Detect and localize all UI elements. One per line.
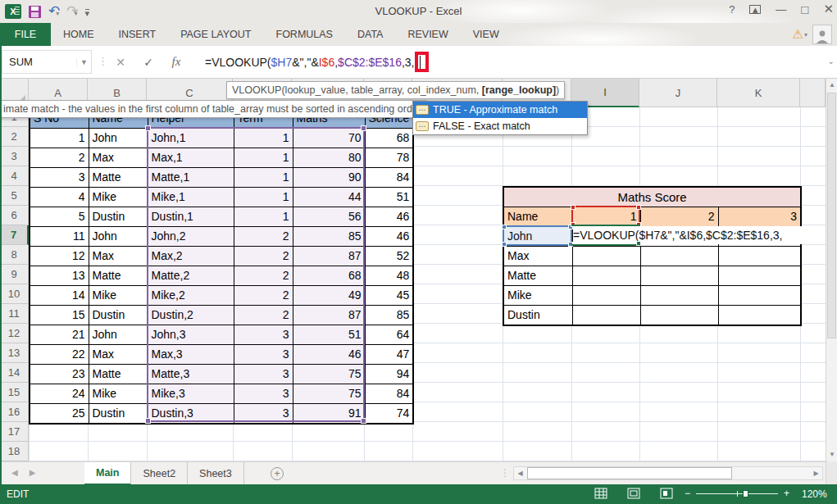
row-header-9[interactable]: 9 <box>0 265 29 284</box>
cell[interactable]: John <box>503 227 572 247</box>
formula-bar-divider[interactable]: ⋮ <box>98 55 108 67</box>
cell[interactable] <box>640 306 718 326</box>
chevron-down-icon[interactable]: ▾ <box>804 31 807 39</box>
cell[interactable]: John,3 <box>148 325 234 345</box>
sheet-nav-arrows[interactable]: ◀▶ <box>11 468 47 477</box>
chevron-down-icon[interactable]: ▼ <box>76 58 91 66</box>
scroll-down-icon[interactable]: ▼ <box>826 448 837 461</box>
cell[interactable]: 80 <box>293 148 365 168</box>
cell[interactable]: 64 <box>365 325 413 345</box>
row-header-12[interactable]: 12 <box>0 324 29 343</box>
cell[interactable]: Mike,3 <box>148 384 234 404</box>
zoom-level[interactable]: 120% <box>802 488 827 500</box>
cell[interactable]: Dustin <box>89 306 148 325</box>
cell[interactable]: Dustin,1 <box>148 207 234 227</box>
cell[interactable]: 87 <box>293 306 365 325</box>
cell[interactable]: 1 <box>234 207 293 227</box>
tabbar-divider[interactable]: ⋮ <box>500 467 510 479</box>
column-header-partial[interactable] <box>800 79 826 107</box>
cell[interactable]: 90 <box>293 168 365 188</box>
cell[interactable]: Max <box>89 345 148 365</box>
cell[interactable]: Max,1 <box>148 148 234 168</box>
cell[interactable]: Max,2 <box>148 247 234 266</box>
tab-review[interactable]: REVIEW <box>395 23 460 46</box>
cell[interactable]: 74 <box>365 404 413 425</box>
cell[interactable]: John <box>89 325 148 345</box>
dropdown-item-true[interactable]: ⋯ TRUE - Approximate match <box>413 102 587 118</box>
cell[interactable]: 13 <box>30 266 89 286</box>
cell[interactable]: Matte <box>503 266 572 286</box>
cell[interactable] <box>718 286 801 306</box>
cell[interactable]: 75 <box>293 384 365 404</box>
cell[interactable]: Matte <box>89 266 148 286</box>
zoom-in-icon[interactable]: + <box>784 488 789 499</box>
cell[interactable]: 68 <box>293 266 365 286</box>
row-header-2[interactable]: 2 <box>0 127 29 147</box>
zoom-out-icon[interactable]: − <box>685 488 690 499</box>
row-header-5[interactable]: 5 <box>0 186 29 206</box>
cell[interactable]: 84 <box>365 384 413 404</box>
row-header-4[interactable]: 4 <box>0 166 29 186</box>
cell[interactable]: 46 <box>365 227 413 247</box>
normal-view-icon[interactable] <box>594 488 607 499</box>
tab-formulas[interactable]: FORMULAS <box>264 23 345 46</box>
header-cell[interactable]: 1 <box>572 207 640 227</box>
cancel-button[interactable]: ✕ <box>108 50 133 74</box>
cell[interactable]: 70 <box>293 129 365 148</box>
cell[interactable]: Matte <box>89 365 148 384</box>
name-box[interactable]: SUM ▼ <box>2 50 92 74</box>
cell[interactable]: 3 <box>30 168 89 188</box>
cell[interactable]: 78 <box>365 148 413 168</box>
scroll-right-icon[interactable]: ▶ <box>810 467 822 479</box>
cell[interactable]: 22 <box>30 345 89 365</box>
user-avatar[interactable] <box>812 25 832 44</box>
enter-button[interactable]: ✓ <box>136 50 161 74</box>
cell[interactable]: Max <box>89 148 148 168</box>
header-cell[interactable]: 2 <box>640 207 718 227</box>
scrollbar-thumb[interactable] <box>527 467 732 479</box>
cell[interactable]: Mike <box>89 188 148 207</box>
cell[interactable]: 1 <box>234 188 293 207</box>
active-cell-formula[interactable]: =VLOOKUP($H7&","&I$6,$C$2:$E$16,3, <box>573 226 813 244</box>
cell[interactable]: Mike <box>89 384 148 404</box>
cell[interactable]: 84 <box>365 168 413 188</box>
row-header-8[interactable]: 8 <box>0 245 29 265</box>
cell[interactable]: 1 <box>30 129 89 148</box>
cell[interactable] <box>640 286 718 306</box>
cell[interactable] <box>718 266 801 286</box>
cell[interactable]: 49 <box>293 286 365 306</box>
cell[interactable]: John,1 <box>148 129 234 148</box>
cell[interactable]: 3 <box>234 325 293 345</box>
cell[interactable]: 1 <box>234 129 293 148</box>
cell[interactable]: 87 <box>293 247 365 266</box>
cell[interactable]: 2 <box>234 227 293 247</box>
cell[interactable]: 11 <box>30 227 89 247</box>
zoom-slider-thumb[interactable] <box>743 490 748 497</box>
cell[interactable]: John <box>89 227 148 247</box>
cell[interactable]: 14 <box>30 286 89 306</box>
row-header-14[interactable]: 14 <box>0 363 29 383</box>
cell[interactable]: 2 <box>234 266 293 286</box>
cell[interactable] <box>572 286 640 306</box>
cell[interactable]: 51 <box>293 325 365 345</box>
tab-data[interactable]: DATA <box>345 23 395 46</box>
cell[interactable]: 12 <box>30 247 89 266</box>
scroll-left-icon[interactable]: ◀ <box>514 467 526 479</box>
tab-view[interactable]: VIEW <box>461 23 512 46</box>
cell[interactable]: 25 <box>30 404 89 425</box>
cell[interactable]: 2 <box>30 148 89 168</box>
cell[interactable]: Max <box>89 247 148 266</box>
cell[interactable]: 51 <box>365 188 413 207</box>
cell[interactable] <box>572 306 640 326</box>
zoom-slider[interactable] <box>696 493 778 494</box>
cell[interactable]: Max,3 <box>148 345 234 365</box>
expand-formula-bar-icon[interactable]: ⌄ <box>828 57 835 66</box>
cell[interactable]: 48 <box>365 266 413 286</box>
cell[interactable]: Dustin,3 <box>148 404 234 425</box>
table-title[interactable]: Maths Score <box>503 187 801 207</box>
formula-input[interactable]: =VLOOKUP( $H7 &","& I$6 , $C$2:$E$16 ,3, <box>205 50 824 74</box>
cell[interactable]: 2 <box>234 306 293 325</box>
cell[interactable]: 4 <box>30 188 89 207</box>
vertical-scrollbar[interactable]: ▲ ▼ <box>826 79 837 461</box>
tab-file[interactable]: FILE <box>0 23 51 46</box>
